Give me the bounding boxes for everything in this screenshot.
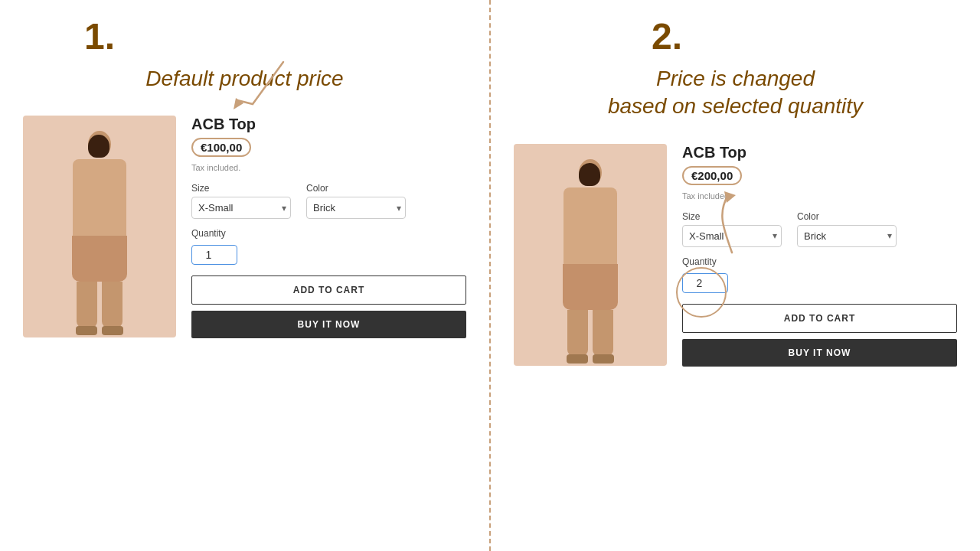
figure-head <box>88 131 111 158</box>
step-1-title: Default product price <box>145 65 343 93</box>
color-select-wrapper-2[interactable]: Brick Navy White <box>797 225 897 247</box>
color-select-1[interactable]: Brick Navy White <box>306 197 406 219</box>
panel-2: 2. Price is changed based on selected qu… <box>491 0 980 551</box>
step-2-number: 2. <box>514 15 682 57</box>
figure-hair-2 <box>579 163 600 186</box>
tax-text-2: Tax included. <box>682 191 957 201</box>
figure-shorts <box>72 236 127 282</box>
quantity-group-1: Quantity <box>191 228 466 265</box>
step-1-number: 1. <box>23 15 115 57</box>
product-name-2: ACB Top <box>682 144 957 161</box>
figure-1 <box>54 131 145 337</box>
color-label-1: Color <box>306 183 406 194</box>
buy-now-btn-2[interactable]: BUY IT NOW <box>682 339 957 367</box>
figure-hair <box>88 135 109 158</box>
figure-body-2 <box>564 187 617 264</box>
quantity-group-2: Quantity <box>682 256 957 293</box>
panel-1: 1. Default product price <box>0 0 489 551</box>
price-badge-2: €200,00 <box>682 166 742 185</box>
figure-foot-right <box>102 326 123 335</box>
quantity-label-1: Quantity <box>191 228 466 239</box>
field-row-1: Size X-Small Small Medium Large Color <box>191 183 466 219</box>
tax-text-1: Tax included. <box>191 163 466 172</box>
product-area-2: ACB Top €200,00 Tax included. Size X-Sma… <box>514 144 957 367</box>
step-2-title: Price is changed based on selected quant… <box>608 65 863 121</box>
figure-body <box>73 159 126 236</box>
add-to-cart-btn-1[interactable]: ADD TO CART <box>191 276 466 305</box>
color-group-1: Color Brick Navy White <box>306 183 406 219</box>
figure-2 <box>544 159 636 366</box>
product-name-1: ACB Top <box>191 116 466 133</box>
svg-marker-0 <box>234 98 243 109</box>
size-select-1[interactable]: X-Small Small Medium Large <box>191 197 291 219</box>
figure-leg-left-2 <box>567 310 588 356</box>
size-select-2[interactable]: X-Small Small Medium Large <box>682 225 782 247</box>
figure-shorts-2 <box>563 264 618 310</box>
buy-now-btn-1[interactable]: BUY IT NOW <box>191 311 466 338</box>
color-select-wrapper-1[interactable]: Brick Navy White <box>306 197 406 219</box>
size-select-wrapper-2[interactable]: X-Small Small Medium Large <box>682 225 782 247</box>
color-select-2[interactable]: Brick Navy White <box>797 225 897 247</box>
quantity-input-1[interactable] <box>191 245 237 265</box>
figure-foot-right-2 <box>593 354 614 364</box>
quantity-input-2[interactable] <box>682 273 728 293</box>
size-label-2: Size <box>682 211 782 222</box>
figure-leg-right <box>102 282 122 328</box>
size-label-1: Size <box>191 183 291 194</box>
figure-foot-left-2 <box>567 354 588 364</box>
figure-leg-left <box>77 282 97 328</box>
color-label-2: Color <box>797 211 897 222</box>
size-group-1: Size X-Small Small Medium Large <box>191 183 291 219</box>
field-row-2: Size X-Small Small Medium Large Color <box>682 211 957 247</box>
quantity-label-2: Quantity <box>682 256 957 267</box>
product-area-1: ACB Top €100,00 Tax included. Size X-Sma… <box>23 116 466 338</box>
figure-foot-left <box>76 326 97 335</box>
size-select-wrapper-1[interactable]: X-Small Small Medium Large <box>191 197 291 219</box>
price-badge-1: €100,00 <box>191 138 251 157</box>
product-image-2 <box>514 144 667 366</box>
size-group-2: Size X-Small Small Medium Large <box>682 211 782 247</box>
product-image-1 <box>23 116 176 337</box>
figure-head-2 <box>579 159 602 186</box>
color-group-2: Color Brick Navy White <box>797 211 897 247</box>
quantity-circle-wrapper <box>682 273 957 293</box>
add-to-cart-btn-2[interactable]: ADD TO CART <box>682 304 957 333</box>
figure-leg-right-2 <box>593 310 613 356</box>
figure-legs-2 <box>567 310 613 356</box>
figure-legs <box>77 282 122 328</box>
